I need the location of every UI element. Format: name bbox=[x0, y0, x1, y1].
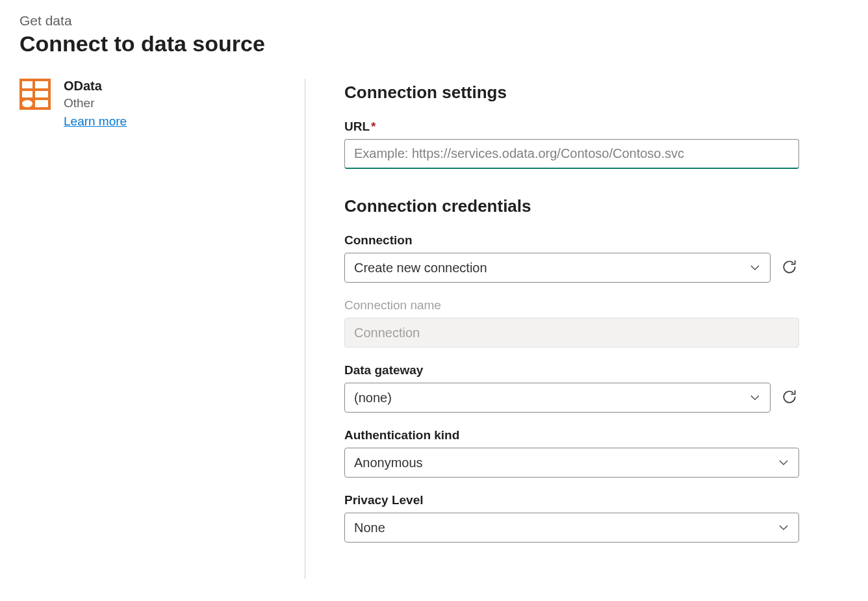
connector-name: OData bbox=[64, 79, 127, 94]
refresh-icon bbox=[781, 259, 798, 277]
refresh-icon bbox=[781, 389, 798, 407]
refresh-gateway-button[interactable] bbox=[780, 388, 799, 407]
data-gateway-select[interactable]: (none) bbox=[344, 383, 771, 413]
auth-kind-select[interactable]: Anonymous bbox=[344, 448, 799, 478]
data-gateway-label: Data gateway bbox=[344, 363, 799, 377]
connector-category: Other bbox=[64, 96, 127, 110]
breadcrumb: Get data bbox=[19, 13, 849, 29]
connection-label: Connection bbox=[344, 233, 799, 248]
connector-panel: OData Other Learn more bbox=[19, 79, 305, 579]
required-asterisk: * bbox=[371, 120, 376, 133]
chevron-down-icon bbox=[778, 457, 789, 468]
connection-settings-heading: Connection settings bbox=[344, 83, 849, 103]
connection-name-input: Connection bbox=[344, 318, 799, 348]
chevron-down-icon bbox=[778, 522, 789, 533]
privacy-level-select[interactable]: None bbox=[344, 513, 799, 543]
learn-more-link[interactable]: Learn more bbox=[64, 114, 127, 129]
privacy-level-label: Privacy Level bbox=[344, 493, 799, 507]
url-input[interactable] bbox=[344, 139, 799, 169]
auth-kind-select-value: Anonymous bbox=[354, 455, 423, 470]
form-panel: Connection settings URL* Connection cred… bbox=[305, 79, 849, 579]
data-gateway-select-value: (none) bbox=[354, 390, 392, 405]
chevron-down-icon bbox=[749, 262, 761, 274]
connection-name-label: Connection name bbox=[344, 298, 799, 313]
connection-credentials-heading: Connection credentials bbox=[344, 196, 849, 216]
connection-select-value: Create new connection bbox=[354, 261, 487, 275]
odata-connector-icon bbox=[19, 79, 51, 110]
url-label: URL* bbox=[344, 120, 799, 134]
refresh-connection-button[interactable] bbox=[780, 258, 799, 277]
connection-select[interactable]: Create new connection bbox=[344, 253, 771, 283]
auth-kind-label: Authentication kind bbox=[344, 428, 799, 442]
privacy-level-select-value: None bbox=[354, 520, 385, 535]
chevron-down-icon bbox=[749, 392, 761, 403]
page-title: Connect to data source bbox=[19, 31, 849, 57]
